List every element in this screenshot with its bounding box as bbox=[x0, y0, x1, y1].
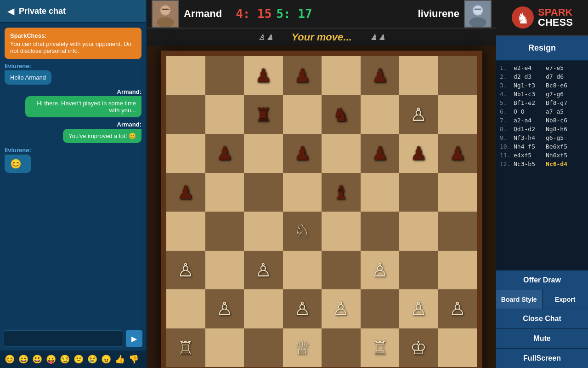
cell-6-1[interactable]: ♙ bbox=[205, 289, 244, 328]
cell-0-6[interactable] bbox=[399, 56, 438, 95]
move-row[interactable]: 9.Nf3-h4g6-g5 bbox=[498, 133, 586, 142]
cell-2-7[interactable]: ♟ bbox=[438, 134, 477, 173]
move-row[interactable]: 5.Bf1-e2Bf8-g7 bbox=[498, 98, 586, 107]
board-style-button[interactable]: Board Style bbox=[496, 290, 543, 309]
cell-5-1[interactable] bbox=[205, 251, 244, 290]
emoji-happy[interactable]: 😃 bbox=[31, 353, 43, 365]
move-row[interactable]: 1.e2-e4e7-e5 bbox=[498, 63, 586, 72]
emoji-laugh[interactable]: 😄 bbox=[17, 353, 29, 365]
cell-2-0[interactable] bbox=[166, 134, 205, 173]
emoji-thumbsdown[interactable]: 👎 bbox=[128, 353, 140, 365]
move-row[interactable]: 2.d2-d3d7-d6 bbox=[498, 72, 586, 81]
offer-draw-button[interactable]: Offer Draw bbox=[496, 270, 588, 290]
cell-5-3[interactable] bbox=[283, 251, 322, 290]
cell-0-1[interactable] bbox=[205, 56, 244, 95]
cell-0-2[interactable]: ♟ bbox=[244, 56, 283, 95]
cell-0-0[interactable] bbox=[166, 56, 205, 95]
cell-7-7[interactable] bbox=[438, 328, 477, 368]
cell-2-6[interactable]: ♟ bbox=[399, 134, 438, 173]
chess-piece: ♖ bbox=[372, 339, 388, 357]
cell-5-0[interactable]: ♙ bbox=[166, 251, 205, 290]
cell-1-2[interactable]: ♜ bbox=[244, 95, 283, 134]
cell-7-6[interactable]: ♔ bbox=[399, 328, 438, 368]
cell-3-0[interactable]: ♟ bbox=[166, 173, 205, 212]
cell-4-4[interactable] bbox=[322, 212, 361, 251]
emoji-sad[interactable]: 🙁 bbox=[73, 353, 85, 365]
chat-input[interactable] bbox=[4, 330, 123, 347]
cell-6-5[interactable] bbox=[361, 289, 400, 328]
cell-3-7[interactable] bbox=[438, 173, 477, 212]
cell-0-3[interactable]: ♟ bbox=[283, 56, 322, 95]
cell-5-4[interactable] bbox=[322, 251, 361, 290]
resign-button[interactable]: Resign bbox=[496, 36, 588, 61]
emoji-smile[interactable]: 😊 bbox=[4, 353, 16, 365]
emoji-tongue[interactable]: 😛 bbox=[45, 353, 57, 365]
cell-5-6[interactable] bbox=[399, 251, 438, 290]
export-button[interactable]: Export bbox=[543, 290, 588, 309]
cell-2-1[interactable]: ♟ bbox=[205, 134, 244, 173]
cell-7-5[interactable]: ♖ bbox=[361, 328, 400, 368]
cell-3-5[interactable] bbox=[361, 173, 400, 212]
move-row[interactable]: 11.e4xf5Nh6xf5 bbox=[498, 151, 586, 160]
cell-1-6[interactable]: ♙ bbox=[399, 95, 438, 134]
move-row[interactable]: 7.a2-a4Nb8-c6 bbox=[498, 116, 586, 125]
cell-2-3[interactable]: ♟ bbox=[283, 134, 322, 173]
cell-1-5[interactable] bbox=[361, 95, 400, 134]
emoji-cry[interactable]: 😢 bbox=[86, 353, 98, 365]
cell-1-3[interactable] bbox=[283, 95, 322, 134]
fullscreen-button[interactable]: FullScreen bbox=[496, 348, 588, 368]
send-button[interactable]: ▶ bbox=[126, 330, 142, 347]
cell-2-2[interactable] bbox=[244, 134, 283, 173]
close-chat-button[interactable]: Close Chat bbox=[496, 309, 588, 328]
cell-6-3[interactable]: ♙ bbox=[283, 289, 322, 328]
cell-4-2[interactable] bbox=[244, 212, 283, 251]
move-row[interactable]: 4.Nb1-c3g7-g6 bbox=[498, 90, 586, 98]
back-arrow-icon[interactable]: ◀ bbox=[7, 6, 14, 17]
cell-6-2[interactable] bbox=[244, 289, 283, 328]
cell-1-1[interactable] bbox=[205, 95, 244, 134]
cell-4-6[interactable] bbox=[399, 212, 438, 251]
cell-7-4[interactable] bbox=[322, 328, 361, 368]
emoji-angry[interactable]: 😠 bbox=[100, 353, 112, 365]
cell-1-0[interactable] bbox=[166, 95, 205, 134]
cell-3-1[interactable] bbox=[205, 173, 244, 212]
cell-3-2[interactable] bbox=[244, 173, 283, 212]
cell-4-3[interactable]: ♘ bbox=[283, 212, 322, 251]
cell-7-1[interactable] bbox=[205, 328, 244, 368]
move-row[interactable]: 6.O-Oa7-a5 bbox=[498, 107, 586, 116]
emoji-thumbsup[interactable]: 👍 bbox=[114, 353, 126, 365]
cell-0-4[interactable] bbox=[322, 56, 361, 95]
cell-4-7[interactable] bbox=[438, 212, 477, 251]
cell-6-0[interactable] bbox=[166, 289, 205, 328]
cell-7-3[interactable]: ♕ bbox=[283, 328, 322, 368]
cell-2-5[interactable]: ♟ bbox=[361, 134, 400, 173]
move-row[interactable]: 12.Nc3-b5Nc6-d4 bbox=[498, 160, 586, 168]
cell-5-5[interactable]: ♙ bbox=[361, 251, 400, 290]
cell-6-6[interactable]: ♙ bbox=[399, 289, 438, 328]
move-row[interactable]: 8.Qd1-d2Ng8-h6 bbox=[498, 125, 586, 133]
chess-piece: ♟ bbox=[216, 144, 233, 162]
cell-5-7[interactable] bbox=[438, 251, 477, 290]
emoji-smirk[interactable]: 😏 bbox=[59, 353, 71, 365]
cell-0-5[interactable]: ♟ bbox=[361, 56, 400, 95]
move-row[interactable]: 3.Ng1-f3Bc8-e6 bbox=[498, 81, 586, 90]
cell-2-4[interactable] bbox=[322, 134, 361, 173]
cell-0-7[interactable] bbox=[438, 56, 477, 95]
chess-board[interactable]: ♟♟♟♜♞♙♟♟♟♟♟♟♝♘♙♙♙♙♙♙♙♙♖♕♖♔ bbox=[161, 51, 482, 368]
cell-5-2[interactable]: ♙ bbox=[244, 251, 283, 290]
cell-7-0[interactable]: ♖ bbox=[166, 328, 205, 368]
move-row[interactable]: 10.Nh4-f5Be6xf5 bbox=[498, 142, 586, 151]
cell-3-3[interactable] bbox=[283, 173, 322, 212]
cell-6-4[interactable]: ♙ bbox=[322, 289, 361, 328]
cell-6-7[interactable]: ♙ bbox=[438, 289, 477, 328]
cell-1-4[interactable]: ♞ bbox=[322, 95, 361, 134]
cell-7-2[interactable] bbox=[244, 328, 283, 368]
cell-3-4[interactable]: ♝ bbox=[322, 173, 361, 212]
cell-4-5[interactable] bbox=[361, 212, 400, 251]
cell-1-7[interactable] bbox=[438, 95, 477, 134]
cell-4-0[interactable] bbox=[166, 212, 205, 251]
cell-4-1[interactable] bbox=[205, 212, 244, 251]
right-panel: ♞ SPARK CHESS Resign 1.e2-e4e7-e52.d2-d3… bbox=[496, 0, 588, 368]
cell-3-6[interactable] bbox=[399, 173, 438, 212]
mute-button[interactable]: Mute bbox=[496, 328, 588, 348]
